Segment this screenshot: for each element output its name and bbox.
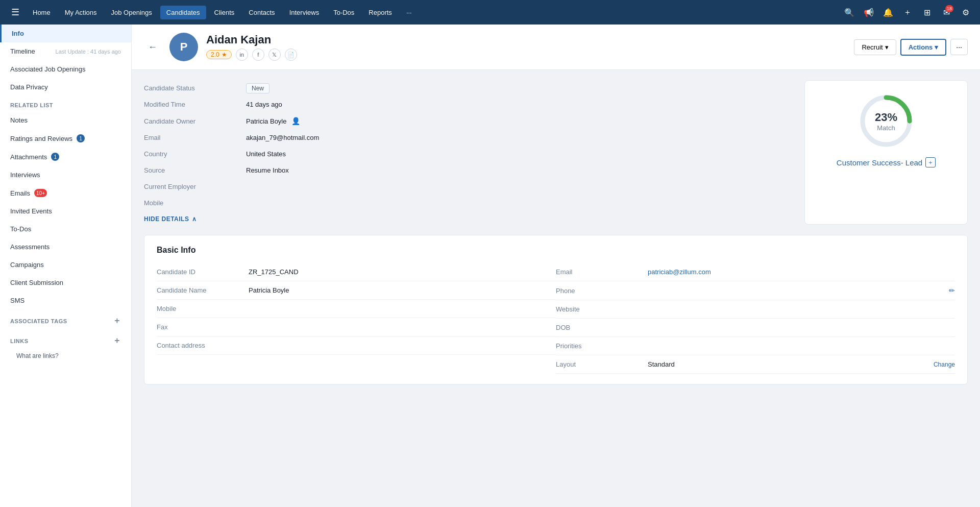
timeline-last-update: Last Update : 41 days ago <box>56 49 121 55</box>
candidate-name-label: Candidate Name <box>157 286 249 294</box>
nav-icons: 🔍 📢 🔔 ＋ ⊞ ✉ 18 ⚙ <box>841 4 974 20</box>
search-icon[interactable]: 🔍 <box>841 4 857 20</box>
sidebar-item-notes[interactable]: Notes <box>0 111 131 129</box>
top-navigation: ☰ Home My Actions Job Openings Candidate… <box>0 0 980 25</box>
nav-contacts[interactable]: Contacts <box>242 6 281 19</box>
sidebar-item-attachments[interactable]: Attachments 1 <box>0 148 131 166</box>
candidate-name-row: Candidate Name Patricia Boyle <box>157 281 556 300</box>
sidebar-item-ratings[interactable]: Ratings and Reviews 1 <box>0 129 131 148</box>
sidebar-assessments-label: Assessments <box>10 243 50 251</box>
email-label: Email <box>144 134 246 141</box>
sidebar-privacy-label: Data Privacy <box>10 83 48 91</box>
associated-tags-header[interactable]: ASSOCIATED TAGS ＋ <box>0 309 131 329</box>
website-label: Website <box>556 305 648 313</box>
match-label: Match <box>875 124 897 132</box>
more-options-button[interactable]: ··· <box>950 39 968 55</box>
nav-todos[interactable]: To-Dos <box>327 6 360 19</box>
sidebar-item-assessments[interactable]: Assessments <box>0 238 131 256</box>
associated-tags-add-icon[interactable]: ＋ <box>113 316 121 326</box>
sidebar-item-client-submission[interactable]: Client Submission <box>0 274 131 292</box>
candidate-id-row: Candidate ID ZR_1725_CAND <box>157 263 556 281</box>
sidebar-item-todos[interactable]: To-Dos <box>0 220 131 238</box>
source-label: Source <box>144 166 246 174</box>
modified-time-value: 41 days ago <box>246 101 282 108</box>
email-info-label: Email <box>556 268 648 276</box>
facebook-icon[interactable]: f <box>252 49 264 61</box>
rating-badge[interactable]: 2.0 ★ <box>206 50 232 59</box>
priorities-row: Priorities <box>556 337 955 355</box>
details-area: Candidate Status New Modified Time 41 da… <box>132 70 980 235</box>
priorities-label: Priorities <box>556 342 648 350</box>
phone-row: Phone ✏ <box>556 281 955 300</box>
actions-label: Actions <box>909 43 933 51</box>
candidate-status-label: Candidate Status <box>144 84 246 92</box>
sidebar-item-sms[interactable]: SMS <box>0 292 131 309</box>
sidebar-item-interviews[interactable]: Interviews <box>0 166 131 184</box>
sidebar-todos-label: To-Dos <box>10 225 31 233</box>
sidebar-item-invited-events[interactable]: Invited Events <box>0 202 131 220</box>
source-value: Resume Inbox <box>246 166 289 174</box>
sidebar-item-data-privacy[interactable]: Data Privacy <box>0 78 131 96</box>
candidate-id-label: Candidate ID <box>157 268 249 276</box>
notifications-icon[interactable]: 🔔 <box>880 4 896 20</box>
email-info-row: Email patriciab@zillum.com <box>556 263 955 281</box>
sidebar-associated-label: Associated Job Openings <box>10 65 85 73</box>
hide-details-button[interactable]: HIDE DETAILS ∧ <box>144 211 792 225</box>
contact-address-label: Contact address <box>157 342 249 349</box>
donut-text: 23% Match <box>875 111 897 132</box>
menu-icon[interactable]: ☰ <box>6 4 24 21</box>
recruit-button[interactable]: Recruit ▾ <box>854 39 896 55</box>
layout-value: Standard <box>648 360 929 368</box>
nav-reports[interactable]: Reports <box>362 6 398 19</box>
sidebar-notes-label: Notes <box>10 116 28 124</box>
sidebar-attachments-label: Attachments <box>10 153 47 161</box>
main-layout: Info Timeline Last Update : 41 days ago … <box>0 25 980 507</box>
sidebar-timeline-label: Timeline <box>10 47 35 55</box>
source-row: Source Resume Inbox <box>144 162 792 179</box>
email-badge: 18 <box>945 5 953 12</box>
details-fields: Candidate Status New Modified Time 41 da… <box>144 80 792 225</box>
modified-time-row: Modified Time 41 days ago <box>144 96 792 113</box>
linkedin-icon[interactable]: in <box>236 49 248 61</box>
sidebar-item-associated-job-openings[interactable]: Associated Job Openings <box>0 60 131 78</box>
nav-interviews[interactable]: Interviews <box>283 6 326 19</box>
match-add-icon[interactable]: ＋ <box>925 157 936 167</box>
layout-change-button[interactable]: Change <box>934 361 955 368</box>
profile-icon[interactable]: ⚙ <box>958 4 974 20</box>
nav-clients[interactable]: Clients <box>208 6 241 19</box>
twitter-icon[interactable]: 𝕏 <box>268 49 281 61</box>
match-job-link[interactable]: Customer Success- Lead ＋ <box>837 157 936 167</box>
status-badge: New <box>246 83 270 93</box>
dob-row: DOB <box>556 319 955 337</box>
mobile-info-label: Mobile <box>157 305 249 312</box>
nav-job-openings[interactable]: Job Openings <box>105 6 158 19</box>
back-button[interactable]: ← <box>144 40 161 55</box>
sidebar-client-submission-label: Client Submission <box>10 279 63 286</box>
emails-badge: 10+ <box>34 189 47 197</box>
phone-edit-icon[interactable]: ✏ <box>949 286 955 295</box>
links-header[interactable]: LINKS ＋ <box>0 329 131 349</box>
links-add-icon[interactable]: ＋ <box>113 335 121 346</box>
nav-more[interactable]: ··· <box>400 6 418 19</box>
sidebar-item-campaigns[interactable]: Campaigns <box>0 256 131 274</box>
add-icon[interactable]: ＋ <box>899 4 916 20</box>
links-sub-item[interactable]: What are links? <box>0 349 131 363</box>
sidebar-item-emails[interactable]: Emails 10+ <box>0 184 131 202</box>
announcements-icon[interactable]: 📢 <box>861 4 877 20</box>
layout-label: Layout <box>556 360 648 368</box>
sidebar: Info Timeline Last Update : 41 days ago … <box>0 25 132 507</box>
apps-icon[interactable]: ⊞ <box>919 4 935 20</box>
profile-actions: Recruit ▾ Actions ▾ ··· <box>854 39 968 56</box>
sidebar-item-timeline[interactable]: Timeline Last Update : 41 days ago <box>0 42 131 60</box>
nav-candidates[interactable]: Candidates <box>160 6 206 19</box>
candidate-status-value: New <box>246 84 270 92</box>
match-percent: 23% <box>875 111 897 124</box>
email-icon[interactable]: ✉ 18 <box>938 4 954 20</box>
nav-home[interactable]: Home <box>27 6 57 19</box>
actions-button[interactable]: Actions ▾ <box>900 39 947 56</box>
sidebar-item-info[interactable]: Info <box>0 25 131 42</box>
nav-my-actions[interactable]: My Actions <box>59 6 103 19</box>
email-info-value[interactable]: patriciab@zillum.com <box>648 268 955 276</box>
document-icon[interactable]: 📄 <box>285 49 297 61</box>
recruit-label: Recruit <box>862 43 883 51</box>
